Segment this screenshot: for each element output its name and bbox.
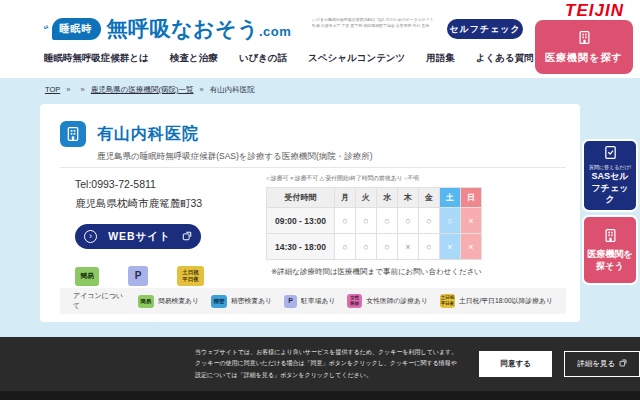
- site-header: “ 睡眠時 無呼吸なおそう.com いびきや睡眠時無呼吸症候群(SAS)に悩む方…: [0, 0, 640, 78]
- nav-item-special-contents[interactable]: スペシャルコンテンツ: [308, 52, 405, 65]
- checklist-icon: [603, 145, 618, 163]
- schedule-cell: ○: [356, 234, 377, 260]
- logo-badge: 睡眠時: [52, 18, 101, 40]
- schedule-cell: ○: [398, 208, 419, 234]
- clinic-card: 有山内科医院 鹿児島県の睡眠時無呼吸症候群(SAS)を診療する医療機関(病院・診…: [40, 104, 580, 322]
- selfcheck-small-text: 質問に答えるだけ!: [589, 164, 631, 170]
- cookie-text: 当ウェブサイトでは、お客様により良いサービスを提供するため、クッキーを利用してい…: [195, 347, 457, 381]
- clinic-tel: Tel:0993-72-5811: [75, 178, 266, 190]
- clinic-subtitle: 鹿児島県の睡眠時無呼吸症候群(SAS)を診療する医療機関(病院・診療所): [97, 151, 373, 163]
- breadcrumb-current: 有山内科医院: [210, 85, 255, 94]
- schedule-cell: ○: [335, 234, 356, 260]
- schedule-cell-saturday: ○: [440, 208, 461, 234]
- teijin-logo: TEIJIN: [565, 1, 624, 21]
- icon-legend-item: 簡易 簡易検査あり: [138, 295, 199, 308]
- clinic-name: 有山内科医院: [97, 124, 199, 145]
- schedule-col-header: 水: [377, 188, 398, 208]
- nav-item-snoring[interactable]: いびきの話: [239, 52, 287, 65]
- breadcrumb-separator: »: [200, 85, 204, 94]
- cookie-details-button[interactable]: 詳細を見る: [564, 351, 640, 377]
- website-button[interactable]: › WEBサイト: [75, 224, 201, 249]
- clinic-card-body: Tel:0993-72-5811 鹿児島県枕崎市鹿篭麓町33 › WEBサイト …: [60, 174, 566, 286]
- simple-test-badge: 簡易: [75, 267, 99, 286]
- icon-legend-item: 精密 精密検査あり: [211, 295, 272, 308]
- divider: [60, 167, 566, 168]
- female-doctor-badge: 女性 医師: [347, 294, 362, 308]
- weekend-badge: 土日祝 平日夜: [440, 294, 455, 308]
- chevron-right-icon: ›: [84, 230, 97, 243]
- breadcrumb-separator: »: [66, 85, 70, 94]
- parking-badge: P: [128, 266, 148, 286]
- schedule-cell: ○: [419, 234, 440, 260]
- schedule-cell: ○: [356, 208, 377, 234]
- logo-sparkle-icon: “: [42, 22, 51, 35]
- breadcrumb-separator: »: [81, 85, 85, 94]
- schedule-cell: ×: [398, 234, 419, 260]
- weekend-badge: 土日祝 平日夜: [177, 266, 204, 286]
- find-medical-button[interactable]: 医療機関を探す: [535, 20, 633, 74]
- nav-item-faq[interactable]: よくある質問: [476, 52, 534, 65]
- schedule-col-header: 月: [335, 188, 356, 208]
- schedule-col-header: 火: [356, 188, 377, 208]
- simple-test-badge: 簡易: [138, 295, 154, 308]
- icon-legend-item: P 駐車場あり: [284, 295, 335, 308]
- website-button-label: WEBサイト: [97, 230, 182, 244]
- schedule-col-header-sunday: 日: [461, 188, 482, 208]
- breadcrumb-prefecture-list[interactable]: 鹿児島県の医療機関(病院)一覧: [91, 85, 194, 94]
- icon-legend-item: 土日祝 平日夜 土日祝/平日18:00以降診療あり: [440, 294, 553, 308]
- cookie-banner: 当ウェブサイトでは、お客様により良いサービスを提供するため、クッキーを利用してい…: [0, 337, 640, 400]
- selfcheck-button[interactable]: セルフチェック: [447, 19, 523, 39]
- clinic-address: 鹿児島県枕崎市鹿篭麓町33: [75, 197, 266, 211]
- icon-legend-title: アイコンについて: [73, 291, 126, 311]
- breadcrumb: TOP » » 鹿児島県の医療機関(病院)一覧 » 有山内科医院: [45, 85, 255, 95]
- schedule-time: 09:00 - 13:00: [267, 208, 335, 234]
- schedule-cell-saturday: ×: [440, 234, 461, 260]
- cookie-agree-button[interactable]: 同意する: [479, 351, 552, 377]
- nav-item-about-sas[interactable]: 睡眠時無呼吸症候群とは: [44, 52, 149, 65]
- schedule-col-header: 金: [419, 188, 440, 208]
- schedule-table: 受付時間 月 火 水 木 金 土 日 09:00 - 13:00 ○ ○ ○ ○…: [266, 187, 482, 260]
- clinic-card-head: 有山内科医院: [60, 121, 199, 147]
- schedule-cell: ○: [419, 208, 440, 234]
- schedule-cell: ○: [377, 208, 398, 234]
- icon-legend-bar: アイコンについて 簡易 簡易検査あり 精密 精密検査あり P 駐車場あり 女性 …: [60, 288, 566, 314]
- floating-sas-selfcheck-button[interactable]: 質問に答えるだけ! SASセルフチェック: [582, 139, 638, 212]
- schedule-col-header: 木: [398, 188, 419, 208]
- clinic-info-column: Tel:0993-72-5811 鹿児島県枕崎市鹿篭麓町33 › WEBサイト …: [60, 174, 266, 286]
- breadcrumb-top[interactable]: TOP: [45, 85, 60, 94]
- hospital-icon: [603, 228, 618, 246]
- schedule-col-header: 受付時間: [267, 188, 335, 208]
- floating-find-medical-button[interactable]: 医療機関を探そう: [582, 215, 638, 285]
- main-nav: 睡眠時無呼吸症候群とは 検査と治療 いびきの話 スペシャルコンテンツ 用語集 よ…: [44, 52, 534, 65]
- clinic-feature-badges: 簡易 P 土日祝 平日夜: [75, 266, 266, 286]
- nav-item-glossary[interactable]: 用語集: [426, 52, 455, 65]
- schedule-cell-sunday: ×: [461, 208, 482, 234]
- schedule-cell-sunday: ×: [461, 234, 482, 260]
- detailed-test-badge: 精密: [211, 295, 227, 308]
- site-logo[interactable]: “ 睡眠時 無呼吸なおそう.com: [44, 15, 291, 43]
- parking-badge: P: [284, 295, 297, 308]
- schedule-col-header-saturday: 土: [440, 188, 461, 208]
- external-link-icon: [182, 229, 192, 244]
- cookie-actions: 同意する 詳細を見る: [479, 351, 640, 377]
- page: “ 睡眠時 無呼吸なおそう.com いびきや睡眠時無呼吸症候群(SAS)に悩む方…: [0, 0, 640, 400]
- schedule-note: ※詳細な診療時間は医療機関まで事前にお問い合わせください: [266, 267, 482, 277]
- hospital-icon: [577, 30, 592, 48]
- schedule-time: 14:30 - 18:00: [267, 234, 335, 260]
- schedule-cell: ○: [377, 234, 398, 260]
- selfcheck-label: SASセルフチェック: [584, 171, 636, 206]
- site-tagline: いびきや睡眠時無呼吸症候群(SAS)に悩む方のためのポータルサイト 監修:久留米…: [312, 17, 446, 29]
- nav-item-tests-treatment[interactable]: 検査と治療: [170, 52, 218, 65]
- find-medical-label: 医療機関を探そう: [584, 249, 636, 272]
- clinic-building-icon: [60, 121, 86, 147]
- find-medical-label: 医療機関を探す: [545, 51, 622, 65]
- schedule-cell: ○: [335, 208, 356, 234]
- icon-legend-item: 女性 医師 女性医師の診療あり: [347, 294, 428, 308]
- schedule-column: ○:診療可 ×:診療不可 △:受付開始/終了時間の前後あり -:不明 受付時間 …: [266, 174, 566, 286]
- schedule-legend: ○:診療可 ×:診療不可 △:受付開始/終了時間の前後あり -:不明: [266, 174, 482, 182]
- tagline-line2: 監修:久留米大学 学長 医学部 神経精神医学講座 名誉教授 内村 直尚: [312, 23, 446, 29]
- external-link-icon: [619, 359, 627, 369]
- logo-text: 無呼吸なおそう.com: [107, 15, 292, 43]
